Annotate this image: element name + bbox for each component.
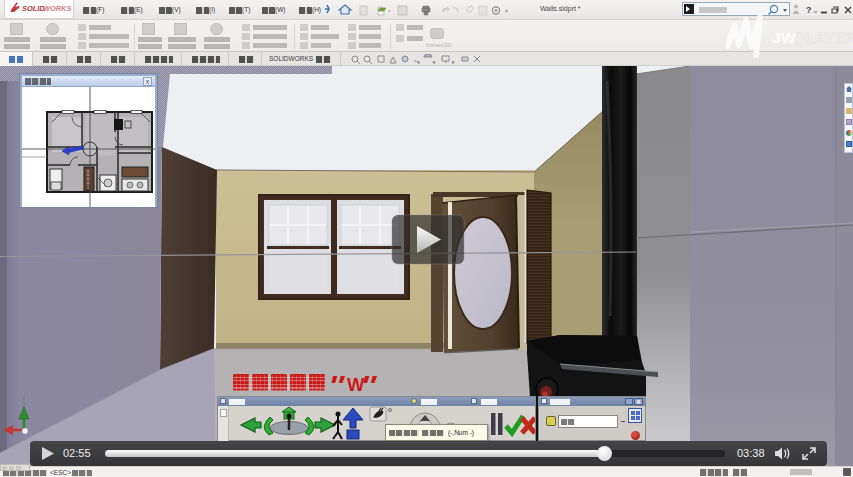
svg-text:SOLID: SOLID — [22, 4, 45, 13]
svg-text:WORKS: WORKS — [43, 4, 71, 13]
svg-text:W: W — [347, 374, 365, 395]
svg-text:JW: JW — [772, 29, 796, 46]
svg-text:PLAYER: PLAYER — [795, 29, 853, 46]
